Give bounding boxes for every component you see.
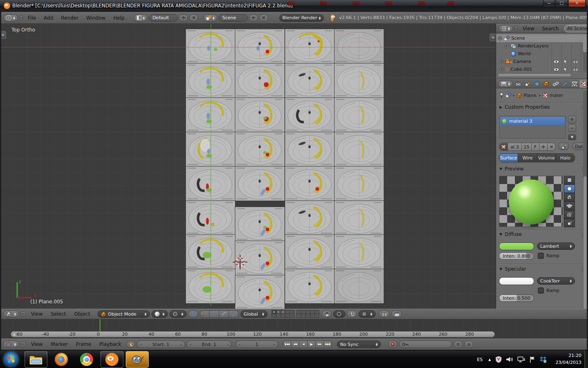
snap-element-select[interactable]: ▲▼ bbox=[359, 310, 376, 318]
view3d-editor-type-button[interactable]: ▲▼ bbox=[3, 310, 19, 318]
jump-to-start-button[interactable]: ▮◀◀ bbox=[283, 341, 291, 348]
material-users-count[interactable]: 15 bbox=[522, 143, 532, 151]
breadcrumb-object-name[interactable]: Plane. bbox=[524, 93, 538, 98]
viewport-3d[interactable]: Top Ortho + + y x (1) Plane.005 bbox=[0, 24, 496, 309]
jump-to-end-button[interactable]: ▶▶▮ bbox=[324, 341, 332, 348]
scene-name[interactable]: Scene bbox=[218, 14, 247, 22]
visibility-eye-icon[interactable] bbox=[553, 67, 559, 72]
render-opengl-anim-button[interactable] bbox=[391, 310, 402, 318]
screen-layout-name[interactable]: Default bbox=[149, 14, 178, 22]
frame-start-field[interactable]: ◂ Start: 1 ▸ bbox=[137, 341, 185, 348]
object-mini-icon[interactable] bbox=[517, 92, 522, 98]
outliner-vertical-scrollbar[interactable] bbox=[583, 34, 587, 72]
specular-ramp-checkbox[interactable] bbox=[538, 287, 544, 294]
tab-world[interactable] bbox=[532, 80, 541, 88]
screen-layout-icon-button[interactable]: ▲▼ bbox=[134, 14, 148, 22]
visibility-eye-icon[interactable] bbox=[553, 60, 559, 64]
antivirus-shield-icon[interactable] bbox=[493, 356, 504, 363]
outliner-horizontal-scrollbar[interactable] bbox=[498, 73, 571, 77]
timeline-menu-view[interactable]: View bbox=[28, 341, 46, 347]
outliner-item-renderlayers[interactable]: + RenderLayers bbox=[496, 42, 588, 50]
panel-preview[interactable]: ▼Preview bbox=[499, 166, 524, 172]
material-mini-icon[interactable] bbox=[543, 93, 548, 98]
renderability-camera-icon[interactable] bbox=[573, 59, 579, 64]
volume-icon[interactable] bbox=[504, 356, 515, 363]
minimize-button[interactable]: — bbox=[543, 0, 555, 7]
add-scene-button[interactable]: ✛ bbox=[249, 14, 258, 22]
add-layout-button[interactable]: ✛ bbox=[179, 14, 188, 22]
properties-shelf-toggle[interactable]: + bbox=[490, 34, 496, 41]
expand-icon[interactable]: + bbox=[499, 67, 504, 72]
outliner-item-cube001[interactable]: + ▽ Cube.001 bbox=[496, 65, 588, 73]
preview-cube-button[interactable] bbox=[564, 193, 575, 202]
network-icon[interactable] bbox=[515, 356, 528, 363]
remove-material-slot-button[interactable]: − bbox=[568, 124, 576, 132]
delete-scene-button[interactable]: ✕ bbox=[259, 14, 268, 22]
view3d-menu-object[interactable]: Object bbox=[71, 311, 94, 317]
browse-material-button[interactable] bbox=[499, 143, 508, 151]
outliner-collapse-button[interactable]: − bbox=[514, 26, 518, 31]
menu-render[interactable]: Render bbox=[58, 15, 82, 21]
outliner-item-world[interactable]: World bbox=[496, 50, 588, 58]
play-button[interactable]: ▶ bbox=[307, 341, 316, 348]
header-collapse-button[interactable]: − bbox=[19, 15, 23, 21]
manipulator-axes-button[interactable] bbox=[200, 310, 209, 318]
preview-sphere-button[interactable] bbox=[564, 184, 575, 193]
pin-icon[interactable] bbox=[499, 92, 504, 98]
action-center-flag-icon[interactable] bbox=[528, 356, 537, 363]
start-button[interactable] bbox=[3, 352, 19, 367]
current-frame-field[interactable]: ◂ 1 ▸ bbox=[236, 341, 278, 348]
tab-surface[interactable]: Surface bbox=[499, 154, 518, 162]
panel-custom-properties[interactable]: ▶Custom Properties bbox=[499, 104, 550, 110]
tab-wire[interactable]: Wire bbox=[518, 154, 537, 162]
dropbox-icon[interactable] bbox=[537, 356, 549, 363]
taskbar-clock[interactable]: 21:20 23/04/2013 bbox=[552, 352, 581, 366]
menu-window[interactable]: Window bbox=[83, 15, 109, 21]
taskbar-firefox-button[interactable] bbox=[50, 351, 73, 368]
play-reverse-button[interactable]: ◀ bbox=[299, 341, 307, 348]
timeline-collapse-button[interactable]: − bbox=[20, 341, 26, 347]
timeline-menu-playback[interactable]: Playback bbox=[96, 341, 125, 347]
proportional-edit-select[interactable] bbox=[333, 310, 345, 318]
transform-orientation-select[interactable]: Global▲▼ bbox=[241, 310, 267, 318]
show-desktop-button[interactable] bbox=[584, 350, 588, 368]
new-material-button[interactable]: ✛ bbox=[539, 143, 548, 151]
preview-sphere-sky-button[interactable] bbox=[564, 219, 575, 227]
taskbar-explorer-button[interactable] bbox=[24, 351, 47, 368]
diffuse-ramp-checkbox[interactable] bbox=[538, 253, 544, 259]
tab-object-data[interactable] bbox=[570, 80, 579, 88]
delete-layout-button[interactable]: ✕ bbox=[189, 14, 198, 22]
taskbar-blender-button[interactable] bbox=[100, 351, 123, 368]
delete-keyframe-button[interactable] bbox=[464, 341, 473, 348]
outliner-editor-type-button[interactable]: ▲▼ bbox=[499, 25, 513, 32]
collapse-icon[interactable]: − bbox=[498, 36, 502, 40]
tab-scene[interactable] bbox=[523, 80, 532, 88]
timeline-playhead[interactable] bbox=[100, 319, 100, 331]
use-preview-range-button[interactable] bbox=[126, 341, 135, 348]
taskbar-gimp-button[interactable] bbox=[126, 351, 149, 368]
timeline-region[interactable]: -60-40-200204060801001201401601802002202… bbox=[0, 319, 588, 339]
close-button[interactable]: × bbox=[568, 0, 586, 7]
expand-icon[interactable]: + bbox=[499, 59, 504, 64]
diffuse-intensity-slider[interactable]: Inten: 0.800 bbox=[499, 252, 534, 260]
tray-expand-arrow[interactable]: ▲ bbox=[486, 358, 493, 361]
unlink-material-button[interactable]: ✕ bbox=[548, 143, 556, 151]
scene-icon-button[interactable]: ▲▼ bbox=[203, 14, 217, 22]
view3d-collapse-button[interactable]: − bbox=[20, 311, 26, 317]
auto-keyframe-button[interactable] bbox=[388, 341, 397, 348]
outliner-menu-view[interactable]: View bbox=[519, 26, 537, 31]
render-engine-select[interactable]: Blender Render▲▼ bbox=[279, 14, 324, 22]
panel-specular[interactable]: ▼Specular bbox=[499, 266, 526, 272]
diffuse-shader-select[interactable]: Lambert▲▼ bbox=[537, 242, 575, 250]
preview-flat-button[interactable] bbox=[564, 176, 575, 184]
viewport-shading-select[interactable]: ▲▼ bbox=[151, 310, 168, 318]
outliner-item-scene[interactable]: − Scene bbox=[496, 34, 588, 42]
material-name-field[interactable]: al 3 bbox=[508, 143, 522, 151]
tab-object[interactable] bbox=[542, 80, 550, 88]
outliner-display-filter[interactable]: All Scenes bbox=[564, 25, 588, 32]
view3d-menu-view[interactable]: View bbox=[28, 311, 46, 317]
timeline-menu-frame[interactable]: Frame bbox=[73, 341, 94, 347]
material-slot-list[interactable]: material 3 bbox=[499, 116, 566, 139]
diffuse-color-swatch[interactable] bbox=[499, 242, 534, 250]
outliner-item-camera[interactable]: + Camera bbox=[496, 58, 588, 65]
